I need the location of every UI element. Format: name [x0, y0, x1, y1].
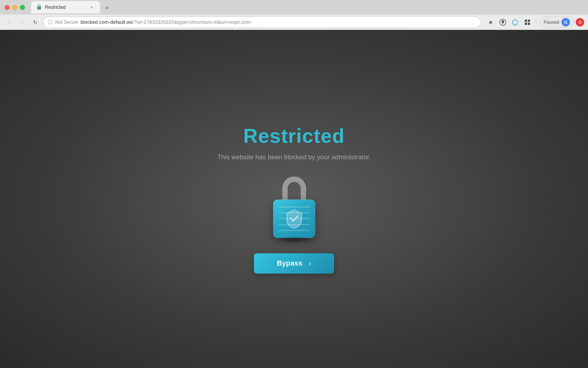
not-secure-label: Not Secure: [55, 20, 78, 25]
reload-icon: ↻: [33, 19, 38, 25]
avatar: G: [562, 18, 570, 26]
lock-shackle: [282, 177, 306, 200]
back-icon: ‹: [8, 19, 10, 25]
address-bar-row: ‹ › ↻ ⓘ Not Secure blocked.com-default.w…: [0, 15, 588, 30]
svg-rect-5: [528, 23, 530, 25]
extension-red-icon[interactable]: !: [576, 18, 584, 26]
new-tab-button[interactable]: +: [102, 3, 112, 13]
maximize-button[interactable]: [20, 5, 25, 10]
paused-badge[interactable]: Paused G: [539, 17, 574, 28]
not-secure-icon: ⓘ: [48, 19, 53, 26]
bookmark-icon: ★: [488, 19, 493, 25]
lock-shadow: [277, 236, 311, 244]
lock-line-5: [278, 230, 310, 231]
svg-text:!: !: [580, 21, 580, 24]
address-bar[interactable]: ⓘ Not Secure blocked.com-default.ws/?ol=…: [43, 17, 481, 28]
svg-rect-4: [525, 23, 527, 25]
active-tab[interactable]: Restricted ×: [31, 1, 100, 13]
url-path: /?ol=17833320315&type=chromium-m&url=esp…: [133, 19, 251, 25]
lock-line-1: [278, 206, 310, 208]
tab-bar: Restricted × +: [31, 1, 583, 13]
toolbar-icons: ★: [485, 17, 584, 28]
page-title: Restricted: [243, 124, 344, 147]
lock-body: [273, 200, 315, 238]
bypass-button[interactable]: Bypass ›: [254, 253, 334, 274]
svg-rect-3: [528, 20, 530, 22]
svg-rect-0: [37, 7, 41, 10]
traffic-lights: [5, 5, 25, 10]
tab-close-button[interactable]: ×: [89, 4, 95, 10]
extensions-icon[interactable]: [522, 17, 533, 28]
page-content: Restricted This website has been blocked…: [0, 30, 588, 368]
divider: [536, 18, 536, 26]
reload-button[interactable]: ↻: [30, 17, 41, 28]
browser-chrome: Restricted × + ‹ › ↻ ⓘ Not Secure blocke…: [0, 0, 588, 30]
svg-rect-2: [525, 20, 527, 22]
address-url: blocked.com-default.ws/?ol=17833320315&t…: [81, 19, 476, 25]
forward-icon: ›: [21, 19, 23, 25]
back-button[interactable]: ‹: [4, 17, 15, 28]
title-bar: Restricted × +: [0, 0, 588, 15]
tab-title: Restricted: [45, 5, 86, 10]
lock-icon: [267, 177, 321, 238]
url-host: blocked.com-default.ws: [81, 19, 133, 25]
page-subtitle: This website has been blocked by your ad…: [217, 153, 371, 161]
tab-favicon: [36, 5, 42, 10]
lock-shield-icon: [285, 209, 303, 229]
close-button[interactable]: [5, 5, 10, 10]
shield-icon[interactable]: [510, 17, 520, 28]
vpn-icon-1[interactable]: [497, 17, 508, 28]
paused-label: Paused: [544, 20, 559, 25]
minimize-button[interactable]: [12, 5, 17, 10]
bypass-arrow-icon: ›: [309, 259, 311, 267]
bookmark-button[interactable]: ★: [485, 17, 496, 28]
forward-button[interactable]: ›: [17, 17, 28, 28]
bypass-label: Bypass: [277, 259, 303, 267]
